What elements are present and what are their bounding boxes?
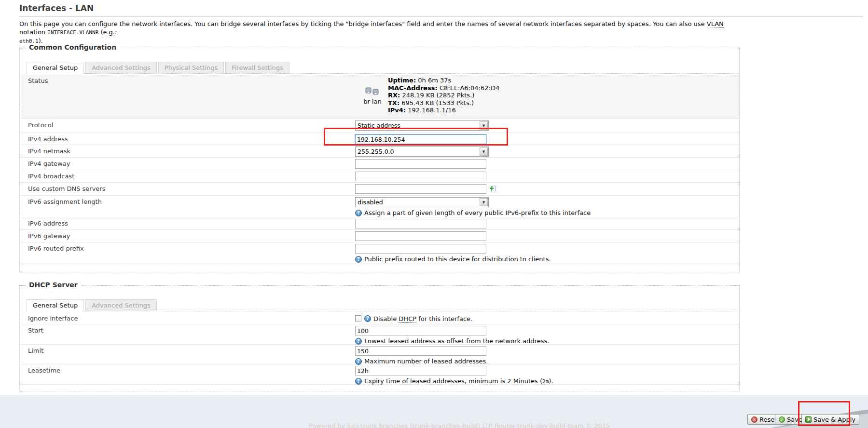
tx-value: 695.43 KB (1533 Pkts.) <box>401 99 474 107</box>
ipv6-assignment-length-row: IPv6 assignment length disabled ▼ ? Assi… <box>20 196 739 217</box>
help-text: Public prefix routed to this device for … <box>364 255 551 263</box>
help-text: ). <box>549 377 553 385</box>
ipv4-netmask-selected-value: 255.255.0.0 <box>356 148 479 155</box>
ignore-interface-row: Ignore interface ? Disable DHCP for this… <box>20 312 739 324</box>
help-icon: ? <box>355 256 362 263</box>
add-entry-icon[interactable] <box>489 187 497 194</box>
help-icon: ? <box>355 338 362 345</box>
ipv4-address-input[interactable] <box>355 134 486 144</box>
dhcp-leasetime-label: Leasetime <box>20 364 355 384</box>
ipv6-gateway-input[interactable] <box>355 231 486 241</box>
vlan-notation-code: INTERFACE.VLANNR <box>47 29 98 36</box>
ipv6-assignment-help: ? Assign a part of given length of every… <box>355 209 591 216</box>
ipv6-gateway-label: IPv6 gateway <box>20 230 355 242</box>
ipv6-address-input[interactable] <box>355 219 486 228</box>
apply-play-icon <box>805 416 812 423</box>
dhcp-start-label: Start <box>20 324 355 344</box>
device-name: br-lan <box>359 98 386 105</box>
help-text: Expiry time of leased addresses, minimum… <box>364 377 542 385</box>
leasetime-min-code: 2m <box>542 378 549 385</box>
description-text: On this page you can configure the netwo… <box>19 20 707 27</box>
ipv4-gateway-row: IPv4 gateway <box>20 158 739 170</box>
tx-label: TX: <box>388 99 400 107</box>
protocol-row: Protocol Static address ▼ <box>20 119 739 133</box>
chevron-down-icon[interactable]: ▼ <box>480 121 488 130</box>
help-icon: ? <box>355 358 362 365</box>
dhcp-start-input[interactable] <box>355 326 486 335</box>
title-divider <box>19 16 863 16</box>
ipv6-assignment-selected-value: disabled <box>356 199 479 206</box>
ipv6-assignment-length-select[interactable]: disabled ▼ <box>355 197 489 207</box>
dhcp-server-section: DHCP Server General Setup Advanced Setti… <box>19 285 740 391</box>
status-row: Status br-lan <box>20 75 739 119</box>
ignore-interface-help: Disable DHCP for this interface. <box>373 314 472 322</box>
help-text: Lowest leased address as offset from the… <box>364 337 549 345</box>
ipv4-address-label: IPv4 address <box>20 133 355 145</box>
ipv6-routed-prefix-help: ? Public prefix routed to this device fo… <box>355 255 551 263</box>
chevron-down-icon[interactable]: ▼ <box>480 198 488 206</box>
page-description: On this page you can configure the netwo… <box>19 20 739 45</box>
bridge-device: br-lan <box>359 77 386 119</box>
dhcp-limit-label: Limit <box>20 345 355 364</box>
dhcp-tabs: General Setup Advanced Settings <box>27 299 738 311</box>
common-configuration-legend: Common Configuration <box>26 43 119 51</box>
help-text: Disable <box>373 315 399 322</box>
ipv4-address-row: IPv4 address <box>20 133 739 145</box>
rx-value: 248.19 KB (2852 Pkts.) <box>402 92 474 99</box>
tx-line: TX: 695.43 KB (1533 Pkts.) <box>388 99 499 107</box>
tab-physical-settings[interactable]: Physical Settings <box>158 62 224 73</box>
ipv4-status-value: 192.168.1.1/16 <box>408 107 456 114</box>
rx-line: RX: 248.19 KB (2852 Pkts.) <box>388 92 499 99</box>
tab-advanced-settings[interactable]: Advanced Settings <box>85 62 157 73</box>
help-icon: ? <box>355 210 362 216</box>
protocol-label: Protocol <box>20 119 355 133</box>
mac-label: MAC-Address: <box>388 84 438 92</box>
ipv4-status-label: IPv4: <box>388 107 406 114</box>
help-icon: ? <box>355 378 362 385</box>
dhcp-leasetime-input[interactable] <box>355 366 486 375</box>
save-apply-button-label: Save & Apply <box>813 416 855 423</box>
save-button-label: Save <box>787 416 802 423</box>
dhcp-start-row: Start ? Lowest leased address as offset … <box>20 324 739 345</box>
description-text: : <box>115 28 117 36</box>
ipv4-broadcast-label: IPv4 broadcast <box>20 170 355 182</box>
ipv6-routed-prefix-input[interactable] <box>355 244 486 254</box>
protocol-select[interactable]: Static address ▼ <box>355 120 489 131</box>
ipv4-netmask-select[interactable]: 255.255.0.0 ▼ <box>355 147 489 157</box>
save-apply-button[interactable]: Save & Apply <box>801 414 859 425</box>
dhcp-tab-general-setup[interactable]: General Setup <box>27 299 84 311</box>
ipv6-assignment-length-label: IPv6 assignment length <box>20 196 355 217</box>
rx-label: RX: <box>388 92 400 99</box>
dhcp-limit-row: Limit ? Maximum number of leased address… <box>20 345 739 364</box>
custom-dns-input[interactable] <box>355 184 486 194</box>
ignore-interface-checkbox[interactable] <box>355 315 361 321</box>
ipv4-broadcast-input[interactable] <box>355 172 486 181</box>
tab-general-setup[interactable]: General Setup <box>27 62 84 74</box>
dhcp-abbreviation: DHCP <box>399 315 416 323</box>
reset-button-label: Reset <box>759 416 777 423</box>
protocol-selected-value: Static address <box>356 122 479 129</box>
vlan-abbreviation: VLAN <box>707 20 724 28</box>
ipv4-gateway-label: IPv4 gateway <box>20 158 355 170</box>
uptime-label: Uptime: <box>388 77 416 84</box>
dhcp-start-help: ? Lowest leased address as offset from t… <box>355 337 549 345</box>
help-text: Assign a part of given length of every p… <box>364 209 591 216</box>
ipv6-address-label: IPv6 address <box>20 217 355 229</box>
tab-firewall-settings[interactable]: Firewall Settings <box>225 62 289 73</box>
dhcp-server-legend: DHCP Server <box>26 281 81 289</box>
ipv4-gateway-input[interactable] <box>355 159 486 169</box>
dhcp-tab-advanced-settings[interactable]: Advanced Settings <box>85 299 157 311</box>
dhcp-limit-input[interactable] <box>355 346 486 356</box>
status-label: Status <box>20 75 355 119</box>
footer-credit-text: Powered by luci-trunk branches (trunk-br… <box>309 422 610 428</box>
description-text: notation <box>19 28 47 36</box>
mac-value: C8:EE:A6:04:62:D4 <box>440 84 499 92</box>
ipv4-netmask-label: IPv4 netmask <box>20 145 355 157</box>
ipv6-address-row: IPv6 address <box>20 217 739 230</box>
chevron-down-icon[interactable]: ▼ <box>480 147 488 156</box>
dhcp-leasetime-help: ? Expiry time of leased addresses, minim… <box>355 377 553 385</box>
ipv6-gateway-row: IPv6 gateway <box>20 230 739 242</box>
ignore-interface-label: Ignore interface <box>20 312 355 324</box>
interfaces-lan-page: Interfaces - LAN On this page you can co… <box>0 0 868 428</box>
mac-line: MAC-Address: C8:EE:A6:04:62:D4 <box>388 84 499 92</box>
